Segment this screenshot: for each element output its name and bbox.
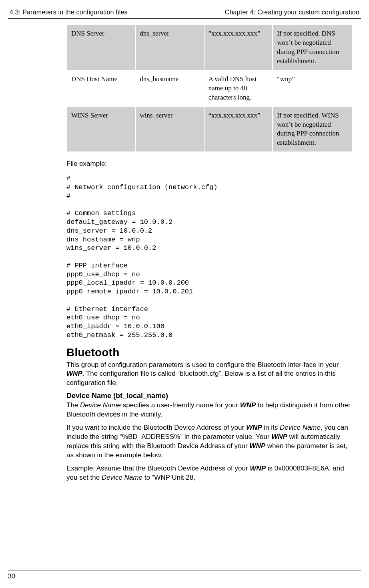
device-name-p3: Example: Assume that the Bluetooth Devic…	[66, 464, 353, 482]
table-row: DNS Host Name dns_hostname A valid DNS h…	[67, 70, 353, 107]
text-fragment: If you want to include the Bluetooth Dev…	[66, 424, 246, 431]
table-cell: If not specified, DNS won’t be negotiate…	[273, 25, 353, 70]
table-row: WINS Server wins_server “xxx.xxx.xxx.xxx…	[67, 107, 353, 152]
device-name-p2: If you want to include the Bluetooth Dev…	[66, 423, 353, 460]
text-fragment: This group of configuration parameters i…	[66, 361, 339, 369]
text-fragment: Example: Assume that the Bluetooth Devic…	[66, 464, 250, 472]
header-right: Chapter 4: Creating your custom configur…	[225, 9, 359, 16]
wnp-term: WNP	[249, 442, 265, 450]
table-cell: DNS Server	[67, 25, 135, 70]
table-cell: “xxx.xxx.xxx.xxx”	[204, 107, 273, 152]
code-example: # # Network configuration (network.cfg) …	[66, 174, 353, 339]
wnp-term: WNP	[246, 424, 262, 431]
table-row: DNS Server dns_server ”xxx.xxx.xxx.xxx” …	[67, 25, 353, 70]
table-cell: dns_server	[135, 25, 204, 70]
device-name-term: Device Name	[280, 424, 321, 431]
bluetooth-intro: This group of configuration parameters i…	[66, 361, 353, 388]
device-name-p1: The Device Name specifies a user-friendl…	[66, 401, 353, 419]
table-cell: wins_server	[135, 107, 204, 152]
header-rule	[8, 18, 361, 19]
subheading-device-name: Device Name (bt_local_name)	[66, 392, 353, 400]
text-fragment: . The configuration file is called “blue…	[66, 370, 335, 387]
header-left: 4.3: Parameters in the configuration fil…	[10, 9, 128, 16]
text-fragment: The	[66, 401, 80, 409]
wnp-term: WNP	[240, 401, 256, 409]
device-name-term: Device Name	[80, 401, 121, 409]
text-fragment: to “WNP Unit 28,	[142, 474, 195, 481]
table-cell: A valid DNS host name up to 40 character…	[204, 70, 273, 107]
text-fragment: specifies a user-friendly name for your	[121, 401, 240, 409]
file-example-label: File example:	[66, 159, 353, 169]
table-cell: “wnp”	[273, 70, 353, 107]
running-header: 4.3: Parameters in the configuration fil…	[8, 9, 361, 18]
table-cell: DNS Host Name	[67, 70, 135, 107]
footer: 30	[8, 570, 361, 580]
page: 4.3: Parameters in the configuration fil…	[0, 0, 369, 588]
footer-rule	[8, 570, 361, 570]
table-cell: WINS Server	[67, 107, 135, 152]
device-name-term: Device Name	[102, 474, 142, 481]
wnp-term: WNP	[250, 464, 266, 472]
table-cell: dns_hostname	[135, 70, 204, 107]
table-cell: If not specified, WINS won’t be negotiat…	[273, 107, 353, 152]
page-number: 30	[8, 573, 361, 580]
table-cell: ”xxx.xxx.xxx.xxx”	[204, 25, 273, 70]
wnp-term: WNP	[66, 370, 82, 377]
text-fragment: in its	[262, 424, 280, 431]
section-heading-bluetooth: Bluetooth	[66, 346, 353, 359]
parameters-table: DNS Server dns_server ”xxx.xxx.xxx.xxx” …	[66, 24, 353, 152]
content-area: DNS Server dns_server ”xxx.xxx.xxx.xxx” …	[66, 24, 353, 482]
wnp-term: WNP	[271, 433, 287, 441]
